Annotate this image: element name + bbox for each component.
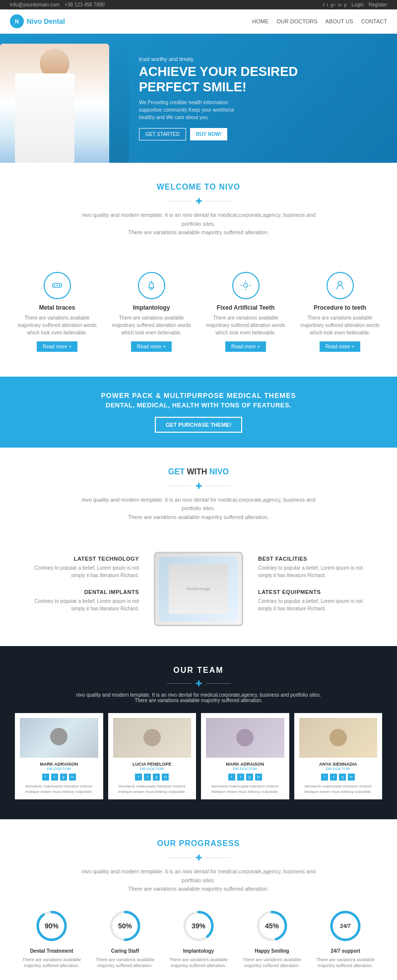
get-desc: nivo quality and modern template. it is … (74, 496, 323, 522)
team-title: OUR TEAM (10, 666, 387, 675)
service-implantology: Implantology There are variations availa… (104, 267, 198, 357)
progress-label-3: Happy Smiling (242, 948, 302, 954)
circle-implant: 39% (181, 909, 216, 943)
svg-point-6 (338, 281, 342, 285)
feature-desc-3: Contrary to popular a belief, Lorem ipsu… (258, 597, 377, 612)
team-card-3: ANYA SIENNADIA DR.DOCTOR f t g in Aenean… (294, 713, 383, 799)
top-bar: info@yourdomain.com +38 123 456 7890 f t… (0, 0, 397, 9)
social-in1[interactable]: in (162, 774, 169, 781)
features-left: LATEST TECHNOLOGY Contrary to popular a … (20, 556, 139, 622)
feature-desc-0: Contrary to popular a belief, Lorem ipsu… (20, 564, 139, 579)
team-name-2: MARK ADRAISON (206, 762, 284, 767)
social-f2[interactable]: f (228, 774, 235, 781)
svg-point-2 (57, 285, 58, 286)
nav-contact[interactable]: CONTACT (361, 18, 387, 24)
get-divider: ✚ (20, 481, 377, 491)
phone-text: +38 123 456 7890 (65, 2, 105, 7)
social-f1[interactable]: f (135, 774, 142, 781)
percent-4: 24/7 (340, 923, 350, 929)
divider-cross-icon: ✚ (196, 196, 202, 206)
social-icons: f t g+ in p (323, 2, 346, 7)
get-started-button[interactable]: GET STARTED (139, 128, 186, 140)
team-social-0: f t g in (20, 774, 98, 781)
service-icon-teeth (232, 272, 260, 299)
team-cards: MARK ADRAISON DR.DOCTOR f t g in Aeneani… (10, 713, 387, 799)
team-social-3: f t g in (299, 774, 378, 781)
social-f[interactable]: f (42, 774, 49, 781)
progress-title: OUR PROGRASESS (20, 839, 377, 848)
feature-title-1: DENTAL IMPLANTS (20, 589, 139, 595)
hero-description: We Providing credible health information… (139, 99, 248, 121)
top-bar-left: info@yourdomain.com +38 123 456 7890 (10, 2, 105, 7)
service-icon-implant (138, 272, 165, 299)
social-g[interactable]: g (60, 774, 67, 781)
circle-smiling: 45% (255, 909, 289, 943)
service-btn-0[interactable]: Read more + (37, 341, 77, 352)
team-bio-1: Aeneanis malesuada interdum endure trist… (113, 784, 192, 794)
social-g2[interactable]: g (246, 774, 253, 781)
feature-title-0: LATEST TECHNOLOGY (20, 556, 139, 562)
feature-latest-equip: LATEST EQUIPMENTS Contrary to popular a … (258, 589, 377, 612)
progress-item-desc-0: There are variations available majoritry… (22, 957, 81, 969)
social-g3[interactable]: g (339, 774, 346, 781)
purchase-theme-button[interactable]: GET PURCHASE THEME! (155, 417, 243, 433)
team-section: OUR TEAM ✚ nivo quality and modern templ… (0, 646, 397, 819)
login-link[interactable]: Login (351, 2, 363, 7)
service-name-1: Implantology (109, 304, 194, 311)
svg-point-3 (59, 285, 61, 286)
divider-line-left2 (167, 486, 192, 486)
hero-subtitle: trust worthy and timely (139, 56, 298, 62)
features-center-image: Dental Image (149, 552, 248, 626)
progress-label-4: 24/7 support (316, 948, 375, 954)
team-div-left (167, 683, 192, 684)
service-icon-procedure (327, 272, 354, 299)
twitter-icon[interactable]: t (327, 2, 328, 7)
linkedin-icon[interactable]: in (338, 2, 341, 7)
social-in3[interactable]: in (348, 774, 355, 781)
team-photo-0 (20, 718, 98, 758)
social-t3[interactable]: t (330, 774, 337, 781)
logo[interactable]: N Nivo Dental (10, 14, 65, 28)
register-link[interactable]: Register (369, 2, 387, 7)
service-btn-3[interactable]: Read more + (320, 341, 360, 352)
facebook-icon[interactable]: f (323, 2, 325, 7)
team-bio-0: Aeneanis malesuada interdum endure trist… (20, 784, 98, 794)
team-photo-3 (299, 718, 378, 758)
svg-point-1 (54, 285, 56, 286)
nav-about[interactable]: ABOUT US (326, 18, 353, 24)
team-card-0: MARK ADRAISON DR.DOCTOR f t g in Aeneani… (15, 713, 103, 799)
team-social-2: f t g in (206, 774, 284, 781)
progress-item-desc-4: There are variations available majoritry… (316, 957, 375, 969)
svg-point-4 (150, 288, 152, 290)
service-name-0: Metal braces (15, 304, 99, 311)
feature-desc-1: Contrary to popular a belief, Lorem ipsu… (20, 597, 139, 612)
hero-doctor-image (0, 34, 129, 163)
service-btn-1[interactable]: Read more + (131, 341, 172, 352)
circle-support: 24/7 (328, 909, 363, 943)
circle-caring: 50% (108, 909, 142, 943)
top-bar-right: f t g+ in p Login Register (323, 2, 387, 7)
nav-home[interactable]: HOME (252, 18, 268, 24)
social-in2[interactable]: in (255, 774, 262, 781)
team-role-0: DR.DOCTOR (20, 767, 98, 771)
buy-now-button[interactable]: BUY NOW! (190, 128, 227, 140)
logo-icon: N (10, 14, 24, 28)
team-social-1: f t g in (113, 774, 192, 781)
service-metal-braces: Metal braces There are variations availa… (10, 267, 104, 357)
service-name-3: Procedure to teeth (298, 304, 382, 311)
service-btn-2[interactable]: Read more + (225, 341, 266, 352)
google-icon[interactable]: g+ (331, 2, 335, 7)
service-desc-1: There are variations available majoritra… (109, 314, 194, 336)
pinterest-icon[interactable]: p (344, 2, 346, 7)
nav-doctors[interactable]: OUR DOCTORS (276, 18, 317, 24)
social-f3[interactable]: f (321, 774, 328, 781)
welcome-section: WELCOME TO NIVO ✚ nivo quality and moder… (0, 163, 397, 257)
progress-item-1: 50% Caring Staff There are variations av… (95, 909, 155, 969)
social-t[interactable]: t (51, 774, 58, 781)
team-name-1: LUCIA PENELOPE (113, 762, 192, 767)
social-t1[interactable]: t (144, 774, 151, 781)
progress-item-desc-1: There are variations available majoritry… (95, 957, 155, 969)
social-in[interactable]: in (69, 774, 76, 781)
social-t2[interactable]: t (237, 774, 244, 781)
social-g1[interactable]: g (153, 774, 160, 781)
